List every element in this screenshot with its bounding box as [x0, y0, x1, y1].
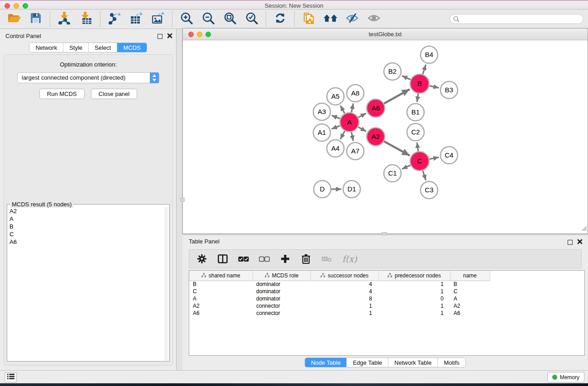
node-A8[interactable]: A8	[347, 85, 364, 102]
cell-name[interactable]: A2	[450, 302, 490, 310]
import-network-button[interactable]	[57, 11, 72, 27]
cell-predecessor-nodes[interactable]: 0	[378, 295, 450, 302]
tab-motifs[interactable]: Motifs	[438, 358, 465, 367]
network-canvas[interactable]: B4B2BB3A8A5A6A3B1AC2A1A2A4A7C4CC1C3DD1	[183, 40, 588, 234]
edge-A-A2[interactable]	[358, 127, 366, 132]
zoom-fit-button[interactable]	[222, 11, 238, 27]
cell-predecessor-nodes[interactable]: 1	[378, 288, 450, 295]
run-mcds-button[interactable]: Run MCDS	[39, 89, 85, 99]
open-file-button[interactable]	[6, 11, 22, 27]
node-C2[interactable]: C2	[407, 124, 424, 141]
tab-network-table[interactable]: Network Table	[388, 358, 438, 367]
cell-name[interactable]: A	[450, 295, 490, 302]
table-row[interactable]: A2connector11A2	[189, 302, 584, 310]
edge-C-C4[interactable]	[430, 157, 439, 159]
delete-table-button[interactable]	[321, 253, 332, 264]
edge-A-A7[interactable]	[351, 132, 353, 141]
table-options-gear-button[interactable]	[196, 253, 207, 264]
cell-predecessor-nodes[interactable]: 1	[378, 310, 450, 317]
edge-B-B2[interactable]	[402, 76, 411, 80]
search-input[interactable]	[449, 14, 583, 24]
edge-B-B3[interactable]	[430, 86, 439, 88]
table-row[interactable]: Cdominator41C	[189, 288, 584, 295]
edge-A-A6[interactable]	[358, 113, 366, 117]
network-overview-button[interactable]	[323, 11, 338, 27]
cell-successor-nodes[interactable]: 1	[311, 310, 378, 317]
float-table-panel-icon[interactable]	[568, 240, 573, 245]
hide-selected-button[interactable]	[344, 11, 360, 27]
splitter-handle[interactable]	[180, 198, 185, 202]
mcds-result-item[interactable]: A2	[8, 207, 165, 215]
criterion-select[interactable]: largest connected component (directed)	[17, 72, 159, 83]
node-B1[interactable]: B1	[407, 104, 424, 121]
close-panel-button[interactable]: Close panel	[91, 89, 138, 99]
node-A6[interactable]: A6	[367, 99, 385, 117]
tab-edge-table[interactable]: Edge Table	[347, 358, 388, 367]
node-D[interactable]: D	[314, 181, 331, 198]
node-B3[interactable]: B3	[440, 81, 458, 99]
node-B[interactable]: B	[410, 74, 429, 93]
node-A2[interactable]: A2	[367, 128, 385, 146]
edge-A6-B[interactable]	[384, 89, 410, 104]
column-header-MCDS-role[interactable]: MCDS role	[253, 271, 311, 281]
splitter-handle[interactable]	[382, 232, 387, 235]
select-all-button[interactable]	[238, 253, 249, 264]
node-B4[interactable]: B4	[421, 46, 438, 63]
close-table-panel-icon[interactable]	[577, 238, 583, 246]
cell-successor-nodes[interactable]: 1	[311, 302, 378, 310]
mcds-list-scrollbar[interactable]	[165, 207, 169, 361]
import-table-button[interactable]	[78, 11, 94, 27]
network-window-titlebar[interactable]: testGlobe.txt	[183, 29, 588, 40]
cell-predecessor-nodes[interactable]: 1	[378, 302, 450, 310]
node-B2[interactable]: B2	[384, 63, 401, 80]
save-session-button[interactable]	[28, 11, 43, 27]
network-graph[interactable]: B4B2BB3A8A5A6A3B1AC2A1A2A4A7C4CC1C3DD1	[183, 40, 588, 234]
deselect-all-button[interactable]	[259, 253, 270, 264]
cell-MCDS-role[interactable]: connector	[253, 302, 311, 310]
cell-name[interactable]: B	[450, 281, 490, 288]
cell-MCDS-role[interactable]: dominator	[253, 295, 311, 302]
column-view-button[interactable]	[217, 253, 228, 264]
cell-shared-name[interactable]: A2	[189, 302, 253, 310]
close-panel-icon[interactable]	[167, 32, 172, 40]
node-A4[interactable]: A4	[327, 140, 344, 157]
mcds-result-item[interactable]: C	[8, 230, 165, 238]
edge-C-C2[interactable]	[417, 143, 418, 151]
edge-C-C3[interactable]	[423, 171, 426, 180]
node-C3[interactable]: C3	[421, 181, 438, 199]
cell-MCDS-role[interactable]: dominator	[253, 281, 311, 288]
tab-network[interactable]: Network	[29, 43, 63, 52]
export-image-button[interactable]	[150, 11, 166, 27]
function-builder-button[interactable]: f(x)	[342, 254, 357, 264]
edge-A2-C[interactable]	[384, 141, 410, 156]
column-header-predecessor-nodes[interactable]: predecessor nodes	[378, 271, 450, 281]
resize-grip-icon[interactable]	[581, 225, 587, 233]
table-row[interactable]: Bdominator41B	[189, 281, 584, 288]
edge-B-B4[interactable]	[423, 65, 426, 74]
edge-C-C1[interactable]	[402, 165, 411, 169]
cell-successor-nodes[interactable]: 4	[311, 288, 378, 295]
node-C4[interactable]: C4	[440, 147, 458, 164]
zoom-in-button[interactable]	[179, 11, 194, 27]
refresh-button[interactable]	[272, 11, 288, 27]
column-header-successor-nodes[interactable]: successor nodes	[311, 271, 378, 281]
cell-MCDS-role[interactable]: connector	[253, 310, 311, 317]
mcds-result-item[interactable]: B	[8, 223, 165, 230]
cell-MCDS-role[interactable]: dominator	[253, 288, 311, 295]
zoom-selected-button[interactable]	[244, 11, 259, 27]
tab-style[interactable]: Style	[63, 43, 89, 52]
table-row[interactable]: A6connector11A6	[189, 310, 584, 317]
export-network-button[interactable]	[107, 11, 122, 27]
node-A7[interactable]: A7	[347, 143, 364, 160]
edge-A-A4[interactable]	[340, 131, 345, 139]
table-row[interactable]: Adominator80A	[189, 295, 584, 302]
node-D1[interactable]: D1	[343, 181, 360, 198]
cell-shared-name[interactable]: B	[189, 281, 253, 288]
tab-select[interactable]: Select	[89, 43, 117, 52]
node-C[interactable]: C	[410, 152, 429, 171]
cell-successor-nodes[interactable]: 8	[311, 295, 378, 302]
mcds-result-item[interactable]: A6	[8, 238, 165, 246]
edge-B-B1[interactable]	[417, 94, 418, 102]
tab-mcds[interactable]: MCDS	[117, 43, 146, 52]
edge-A-A3[interactable]	[332, 115, 340, 119]
